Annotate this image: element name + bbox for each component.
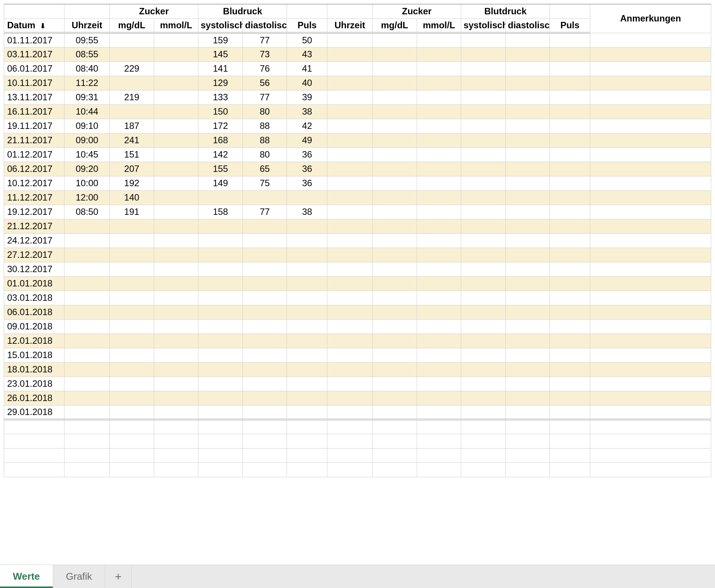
- cell-sys2[interactable]: [461, 391, 506, 405]
- cell-dia2[interactable]: [505, 176, 550, 190]
- cell-dia1[interactable]: 77: [242, 33, 287, 47]
- cell-datum[interactable]: 18.01.2018: [4, 362, 64, 377]
- cell-mgdl2[interactable]: [373, 391, 417, 405]
- header-puls-1[interactable]: Puls: [287, 18, 327, 33]
- data-table[interactable]: Zucker Bludruck Zucker Blutdruck Anmerku…: [4, 4, 711, 477]
- cell-mgdl2[interactable]: [373, 104, 417, 119]
- header-mmoll-1[interactable]: mmol/L: [154, 18, 198, 33]
- cell-empty[interactable]: [154, 420, 198, 434]
- cell-sys1[interactable]: 155: [198, 162, 243, 176]
- cell-empty[interactable]: [110, 420, 154, 434]
- cell-mmoll1[interactable]: [154, 133, 198, 147]
- cell-empty[interactable]: [590, 434, 711, 448]
- cell-mgdl2[interactable]: [373, 248, 417, 262]
- cell-dia1[interactable]: [242, 219, 287, 233]
- header-mmoll-2[interactable]: mmol/L: [417, 18, 461, 33]
- cell-uhrzeit2[interactable]: [327, 305, 373, 319]
- cell-mmoll1[interactable]: [154, 377, 198, 391]
- cell-uhrzeit1[interactable]: [64, 219, 110, 233]
- cell-ann[interactable]: [590, 104, 711, 119]
- cell-sys2[interactable]: [461, 61, 506, 76]
- cell-dia1[interactable]: [242, 276, 287, 291]
- cell-mgdl1[interactable]: [110, 377, 154, 391]
- cell-uhrzeit1[interactable]: 08:40: [64, 61, 110, 76]
- cell-sys1[interactable]: 133: [198, 90, 243, 104]
- cell-mgdl2[interactable]: [373, 119, 417, 133]
- cell-mmoll1[interactable]: [154, 362, 198, 377]
- cell-uhrzeit2[interactable]: [327, 248, 373, 262]
- cell-mmoll2[interactable]: [417, 305, 461, 319]
- cell-sys2[interactable]: [461, 248, 506, 262]
- cell-ann[interactable]: [590, 348, 711, 362]
- cell-sys2[interactable]: [461, 219, 506, 233]
- cell-uhrzeit2[interactable]: [327, 190, 373, 205]
- cell-puls1[interactable]: [287, 248, 327, 262]
- cell-mmoll1[interactable]: [154, 348, 198, 362]
- cell-sys1[interactable]: [198, 305, 243, 319]
- cell-mgdl1[interactable]: [110, 248, 154, 262]
- cell-sys2[interactable]: [461, 276, 506, 291]
- cell-empty[interactable]: [327, 434, 373, 448]
- cell-mgdl2[interactable]: [373, 348, 417, 362]
- cell-mmoll2[interactable]: [417, 334, 461, 348]
- cell-sys1[interactable]: [198, 248, 243, 262]
- cell-empty[interactable]: [198, 420, 243, 434]
- cell-uhrzeit1[interactable]: 09:00: [64, 133, 110, 147]
- cell-ann[interactable]: [590, 90, 711, 104]
- cell-mmoll1[interactable]: [154, 47, 198, 61]
- cell-sys2[interactable]: [461, 334, 506, 348]
- cell-sys1[interactable]: 158: [198, 205, 243, 219]
- cell-mmoll1[interactable]: [154, 119, 198, 133]
- header-blank[interactable]: [287, 4, 327, 18]
- cell-dia2[interactable]: [505, 305, 550, 319]
- header-mgdl-2[interactable]: mg/dL: [373, 18, 417, 33]
- cell-puls2[interactable]: [550, 104, 590, 119]
- cell-ann[interactable]: [590, 305, 711, 319]
- cell-uhrzeit2[interactable]: [327, 291, 373, 305]
- cell-empty[interactable]: [4, 420, 64, 434]
- cell-sys1[interactable]: [198, 391, 243, 405]
- cell-empty[interactable]: [154, 462, 198, 477]
- cell-puls2[interactable]: [550, 219, 590, 233]
- cell-ann[interactable]: [590, 405, 711, 420]
- cell-puls1[interactable]: [287, 219, 327, 233]
- cell-mgdl2[interactable]: [373, 147, 417, 162]
- cell-mgdl1[interactable]: 207: [110, 162, 154, 176]
- cell-puls2[interactable]: [550, 47, 590, 61]
- header-sys-1[interactable]: systolisch: [198, 18, 243, 33]
- cell-mgdl1[interactable]: [110, 47, 154, 61]
- sort-down-icon[interactable]: ⬇: [40, 22, 46, 30]
- cell-dia1[interactable]: [242, 362, 287, 377]
- cell-ann[interactable]: [590, 176, 711, 190]
- cell-uhrzeit2[interactable]: [327, 133, 373, 147]
- cell-mgdl1[interactable]: [110, 104, 154, 119]
- cell-dia2[interactable]: [505, 219, 550, 233]
- cell-mgdl1[interactable]: 151: [110, 147, 154, 162]
- cell-mgdl2[interactable]: [373, 276, 417, 291]
- cell-uhrzeit2[interactable]: [327, 391, 373, 405]
- cell-sys1[interactable]: 142: [198, 147, 243, 162]
- cell-empty[interactable]: [64, 462, 110, 477]
- cell-uhrzeit2[interactable]: [327, 348, 373, 362]
- cell-sys1[interactable]: [198, 190, 243, 205]
- cell-sys2[interactable]: [461, 76, 506, 90]
- cell-empty[interactable]: [461, 434, 506, 448]
- cell-dia1[interactable]: 80: [242, 104, 287, 119]
- cell-mmoll1[interactable]: [154, 248, 198, 262]
- cell-empty[interactable]: [327, 462, 373, 477]
- cell-uhrzeit2[interactable]: [327, 176, 373, 190]
- cell-mgdl1[interactable]: 140: [110, 190, 154, 205]
- cell-mgdl2[interactable]: [373, 219, 417, 233]
- cell-sys2[interactable]: [461, 190, 506, 205]
- cell-sys2[interactable]: [461, 305, 506, 319]
- cell-uhrzeit2[interactable]: [327, 90, 373, 104]
- cell-uhrzeit2[interactable]: [327, 276, 373, 291]
- cell-uhrzeit2[interactable]: [327, 334, 373, 348]
- cell-empty[interactable]: [287, 434, 327, 448]
- cell-ann[interactable]: [590, 362, 711, 377]
- cell-dia1[interactable]: 77: [242, 90, 287, 104]
- cell-dia1[interactable]: [242, 377, 287, 391]
- cell-mmoll2[interactable]: [417, 362, 461, 377]
- cell-ann[interactable]: [590, 61, 711, 76]
- cell-sys2[interactable]: [461, 33, 506, 47]
